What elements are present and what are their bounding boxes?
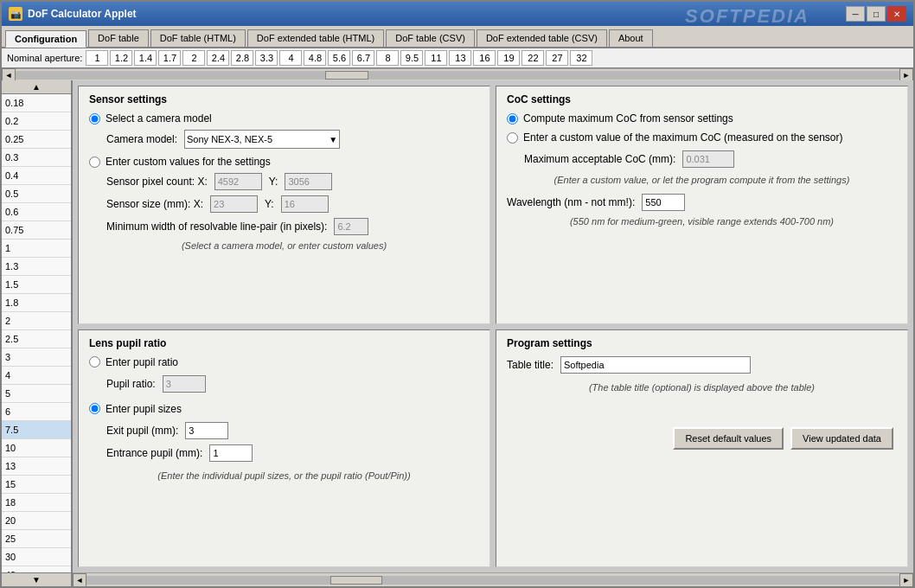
scroll-left-arrow[interactable]: ◄ — [73, 573, 86, 587]
aperture-2[interactable]: 2 — [182, 50, 205, 66]
min-width-input[interactable] — [334, 218, 368, 235]
list-item[interactable]: 4 — [2, 367, 71, 385]
aperture-1.4[interactable]: 1.4 — [134, 50, 157, 66]
pixel-count-x-input[interactable] — [214, 173, 262, 190]
aperture-5.6[interactable]: 5.6 — [328, 50, 350, 66]
list-item[interactable]: 25 — [2, 530, 71, 548]
tab-dof-table[interactable]: DoF table — [88, 29, 149, 47]
list-item[interactable]: 6 — [2, 403, 71, 421]
title-bar: 📷 DoF Calculator Applet SOFTPEDIA ─ □ ✕ — [2, 2, 913, 26]
view-updated-data-button[interactable]: View updated data — [790, 427, 893, 450]
list-item[interactable]: 2 — [2, 312, 71, 330]
radio-compute-coc[interactable] — [507, 113, 518, 125]
aperture-2.4[interactable]: 2.4 — [207, 50, 229, 66]
list-item[interactable]: 13 — [2, 457, 71, 476]
aperture-27[interactable]: 27 — [546, 50, 568, 66]
radio-enter-pupil-sizes[interactable] — [89, 403, 100, 414]
list-item[interactable]: 1.8 — [2, 294, 71, 312]
minimize-button[interactable]: ─ — [846, 6, 865, 22]
radio-pupil-ratio-label[interactable]: Enter pupil ratio — [106, 356, 178, 368]
list-item[interactable]: 0.2 — [2, 112, 71, 131]
aperture-4[interactable]: 4 — [279, 50, 302, 66]
list-item[interactable]: 10 — [2, 439, 71, 457]
aperture-3.3[interactable]: 3.3 — [255, 50, 278, 66]
aperture-19[interactable]: 19 — [497, 50, 520, 66]
left-values: 0.18 0.2 0.25 0.3 0.4 0.5 0.6 0.75 1 1.3… — [2, 94, 71, 572]
sidebar-scroll-down[interactable]: ▼ — [2, 572, 71, 586]
content-area: ▲ 0.18 0.2 0.25 0.3 0.4 0.5 0.6 0.75 1 1… — [2, 80, 913, 586]
sensor-size-x-input[interactable] — [210, 195, 258, 213]
list-item[interactable]: 1 — [2, 240, 71, 258]
aperture-1[interactable]: 1 — [86, 50, 108, 66]
list-item[interactable]: 30 — [2, 548, 71, 566]
list-item[interactable]: 0.4 — [2, 167, 71, 185]
radio-custom-values-label[interactable]: Enter custom values for the settings — [106, 156, 271, 168]
list-item[interactable]: 1.5 — [2, 276, 71, 294]
tab-configuration[interactable]: Configuration — [5, 30, 86, 48]
wavelength-input[interactable] — [642, 194, 685, 211]
radio-select-camera-model[interactable] — [89, 113, 100, 125]
radio-camera-model-label[interactable]: Select a camera model — [106, 112, 212, 125]
aperture-1.7[interactable]: 1.7 — [158, 50, 181, 66]
aperture-9.5[interactable]: 9.5 — [400, 50, 423, 66]
list-item[interactable]: 0.18 — [2, 94, 71, 112]
exit-pupil-input[interactable] — [185, 422, 228, 439]
aperture-32[interactable]: 32 — [570, 50, 592, 66]
tab-dof-extended-html[interactable]: DoF extended table (HTML) — [247, 29, 384, 47]
list-item[interactable]: 40 — [2, 566, 71, 572]
radio-custom-values[interactable] — [89, 157, 100, 168]
list-item[interactable]: 15 — [2, 476, 71, 494]
bottom-scrollbar[interactable]: ◄ ► — [73, 572, 913, 586]
list-item[interactable]: 0.5 — [2, 185, 71, 203]
aperture-8[interactable]: 8 — [376, 50, 399, 66]
list-item[interactable]: 0.3 — [2, 149, 71, 167]
maximize-button[interactable]: □ — [867, 6, 886, 22]
radio-pupil-sizes-label[interactable]: Enter pupil sizes — [106, 403, 182, 415]
aperture-scroll-track[interactable] — [16, 71, 899, 80]
aperture-6.7[interactable]: 6.7 — [352, 50, 374, 66]
list-item[interactable]: 2.5 — [2, 330, 71, 348]
aperture-4.8[interactable]: 4.8 — [304, 50, 326, 66]
aperture-1.2[interactable]: 1.2 — [110, 50, 132, 66]
list-item[interactable]: 0.75 — [2, 221, 71, 240]
tab-dof-table-html[interactable]: DoF table (HTML) — [150, 29, 246, 47]
tab-dof-extended-csv[interactable]: DoF extended table (CSV) — [477, 29, 607, 47]
tab-about[interactable]: About — [609, 29, 653, 47]
reset-default-values-button[interactable]: Reset default values — [673, 427, 784, 450]
aperture-2.8[interactable]: 2.8 — [231, 50, 253, 66]
pixel-count-y-input[interactable] — [285, 173, 332, 190]
panels-grid: Sensor settings Select a camera model Ca… — [73, 80, 913, 572]
list-item[interactable]: 7.5 — [2, 421, 71, 439]
list-item[interactable]: 0.25 — [2, 131, 71, 149]
tab-dof-table-csv[interactable]: DoF table (CSV) — [386, 29, 475, 47]
list-item[interactable]: 3 — [2, 348, 71, 367]
list-item[interactable]: 0.6 — [2, 203, 71, 221]
sidebar-scroll-up[interactable]: ▲ — [2, 80, 71, 94]
app-window: 📷 DoF Calculator Applet SOFTPEDIA ─ □ ✕ … — [0, 0, 915, 588]
scroll-right-arrow[interactable]: ► — [899, 573, 913, 587]
aperture-scroll-thumb[interactable] — [325, 71, 368, 80]
max-coc-input[interactable] — [682, 150, 734, 168]
aperture-13[interactable]: 13 — [449, 50, 471, 66]
radio-compute-coc-label[interactable]: Compute maximum CoC from sensor settings — [523, 112, 733, 125]
sensor-size-y-input[interactable] — [281, 195, 329, 213]
pupil-ratio-input[interactable] — [163, 375, 206, 393]
camera-model-select[interactable]: Sony NEX-3, NEX-5 Canon EOS 5D Nikon D3 — [184, 130, 340, 149]
aperture-scrollbar[interactable]: ◄ ► — [2, 68, 913, 80]
list-item[interactable]: 20 — [2, 512, 71, 530]
table-title-input[interactable] — [560, 356, 751, 374]
aperture-22[interactable]: 22 — [521, 50, 544, 66]
radio-enter-pupil-ratio[interactable] — [89, 356, 100, 368]
aperture-16[interactable]: 16 — [473, 50, 496, 66]
aperture-11[interactable]: 11 — [425, 50, 447, 66]
entrance-pupil-input[interactable] — [209, 444, 253, 462]
sensor-note: (Select a camera model, or enter custom … — [89, 240, 479, 251]
scroll-track[interactable] — [86, 576, 899, 585]
radio-custom-coc-label[interactable]: Enter a custom value of the maximum CoC … — [523, 131, 843, 144]
list-item[interactable]: 18 — [2, 494, 71, 512]
list-item[interactable]: 1.3 — [2, 258, 71, 276]
list-item[interactable]: 5 — [2, 385, 71, 403]
radio-custom-coc[interactable] — [507, 132, 518, 144]
close-button[interactable]: ✕ — [887, 6, 906, 22]
scroll-thumb[interactable] — [330, 576, 382, 585]
